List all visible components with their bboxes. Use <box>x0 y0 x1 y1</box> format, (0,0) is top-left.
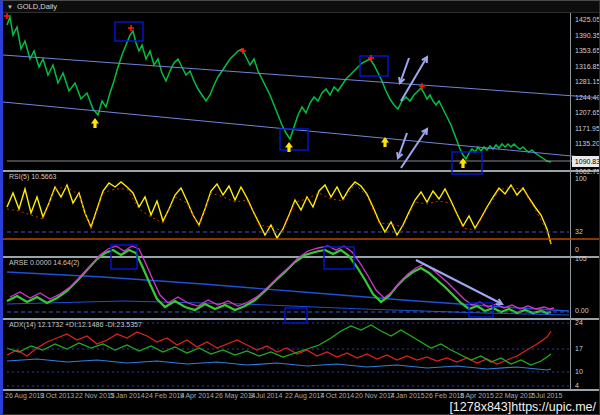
rsi-panel[interactable] <box>6 172 570 256</box>
y-axis-label: 1316.85 <box>575 63 600 70</box>
price-axis-border <box>570 13 571 390</box>
date-label: 8 Apr 2015 <box>460 392 494 399</box>
date-label: 22 Aug 2014 <box>285 392 324 399</box>
y-axis-label: 105 <box>575 255 587 262</box>
date-label: 7 Oct 2014 <box>320 392 354 399</box>
date-label: 20 Nov 2014 <box>355 392 395 399</box>
y-axis-label: 10 <box>575 368 583 375</box>
panel-separator <box>3 389 600 391</box>
mt4-chart-window: ▼ GOLD,Daily RSI(5) 10.5663 ARSE 0.0000 … <box>0 0 600 415</box>
date-label: 9 Oct 2013 <box>40 392 74 399</box>
rsi-indicator-label: RSI(5) 10.5663 <box>9 173 56 180</box>
date-label: 26 Feb 2015 <box>425 392 464 399</box>
y-axis-label: 1207.65 <box>575 109 600 116</box>
chart-title-bar[interactable]: ▼ GOLD,Daily <box>3 1 599 13</box>
price-chart-panel[interactable] <box>6 13 570 170</box>
y-axis-label: 0 <box>575 246 579 253</box>
y-axis-label: 1353.65 <box>575 47 600 54</box>
y-axis-label: 100 <box>575 175 587 182</box>
date-label: 7 Jul 2015 <box>530 392 562 399</box>
y-axis-label: 0.00 <box>575 307 589 314</box>
y-axis-label: 24 <box>575 319 583 326</box>
panel-separator[interactable] <box>3 256 600 258</box>
y-axis-label: 1390.35 <box>575 32 600 39</box>
y-axis-label: 4 <box>575 382 579 389</box>
panel-separator[interactable] <box>3 170 600 172</box>
date-label: 7 Jan 2015 <box>390 392 425 399</box>
watermark: [1278x843]https://upic.me/ <box>449 400 596 414</box>
y-axis-label: 17 <box>575 345 583 352</box>
y-axis-label: 1135.20 <box>575 140 600 147</box>
oscillator-indicator-label: ARSE 0.0000 14.64(2) <box>9 259 79 266</box>
y-axis-label: 1062.75 <box>575 168 600 175</box>
date-label: 24 Feb 2014 <box>145 392 184 399</box>
current-price-tag: 1090.83 <box>572 156 600 167</box>
date-label: 9 Jul 2014 <box>250 392 282 399</box>
date-label: 26 Aug 2013 <box>5 392 44 399</box>
adx-panel[interactable] <box>6 320 570 389</box>
y-axis-label: 1244.40 <box>575 94 600 101</box>
date-label: 5 Jan 2014 <box>110 392 145 399</box>
date-label: 22 Nov 2013 <box>75 392 115 399</box>
y-axis-label: 1425.05 <box>575 16 600 23</box>
chart-title: GOLD,Daily <box>17 2 57 11</box>
adx-indicator-label: ADX(14) 12.1732 +DI:12.1486 -DI:23.5357 <box>9 321 142 328</box>
oscillator-panel[interactable] <box>6 258 570 318</box>
panel-separator[interactable] <box>3 318 600 320</box>
y-axis-label: 1171.95 <box>575 125 600 132</box>
date-label: 9 Apr 2014 <box>180 392 214 399</box>
y-axis-label: 32 <box>575 228 583 235</box>
chart-menu-icon[interactable]: ▼ <box>7 4 13 10</box>
y-axis-label: 1281.15 <box>575 78 600 85</box>
